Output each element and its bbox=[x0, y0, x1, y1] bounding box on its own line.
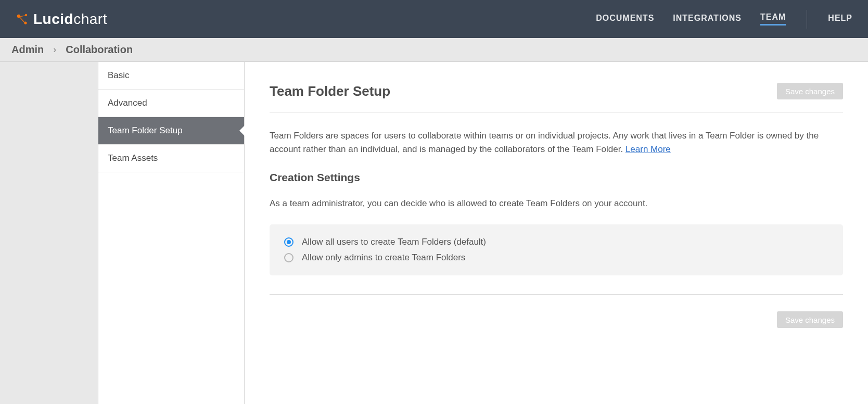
section-desc-creation: As a team administrator, you can decide … bbox=[270, 198, 843, 209]
sidebar-item-label: Team Folder Setup bbox=[108, 125, 183, 136]
nav-divider bbox=[807, 10, 807, 29]
section-title-creation: Creation Settings bbox=[270, 171, 843, 184]
sidebar-item-team-assets[interactable]: Team Assets bbox=[98, 145, 244, 172]
nav-help[interactable]: HELP bbox=[828, 14, 852, 25]
radio-label: Allow only admins to create Team Folders bbox=[302, 253, 465, 263]
description-body: Team Folders are spaces for users to col… bbox=[270, 131, 819, 154]
nav-team[interactable]: TEAM bbox=[760, 12, 786, 26]
lucidchart-logo-icon bbox=[16, 12, 29, 26]
sidebar-item-label: Advanced bbox=[108, 98, 147, 108]
svg-point-2 bbox=[24, 21, 27, 24]
save-changes-button-top[interactable]: Save changes bbox=[777, 83, 843, 99]
bottom-actions: Save changes bbox=[270, 311, 843, 328]
content-area: Basic Advanced Team Folder Setup Team As… bbox=[0, 62, 868, 404]
sidebar-item-basic[interactable]: Basic bbox=[98, 62, 244, 90]
divider bbox=[270, 112, 843, 112]
radio-allow-only-admins[interactable]: Allow only admins to create Team Folders bbox=[284, 253, 828, 263]
svg-point-1 bbox=[25, 14, 27, 16]
logo[interactable]: Lucidchart bbox=[16, 11, 107, 28]
radio-label: Allow all users to create Team Folders (… bbox=[302, 237, 486, 247]
breadcrumb-admin[interactable]: Admin bbox=[11, 44, 44, 56]
sidebar-item-label: Basic bbox=[108, 70, 130, 81]
radio-allow-all-users[interactable]: Allow all users to create Team Folders (… bbox=[284, 237, 828, 247]
save-changes-button-bottom[interactable]: Save changes bbox=[777, 311, 843, 328]
svg-line-3 bbox=[20, 16, 25, 17]
topbar: Lucidchart DOCUMENTS INTEGRATIONS TEAM H… bbox=[0, 0, 868, 38]
sidebar: Basic Advanced Team Folder Setup Team As… bbox=[98, 62, 245, 404]
learn-more-link[interactable]: Learn More bbox=[626, 144, 671, 154]
chevron-right-icon: › bbox=[53, 44, 56, 55]
page-title: Team Folder Setup bbox=[270, 83, 390, 99]
breadcrumb-current: Collaboration bbox=[66, 44, 133, 56]
top-nav: DOCUMENTS INTEGRATIONS TEAM HELP bbox=[596, 10, 852, 29]
creation-settings-radio-group: Allow all users to create Team Folders (… bbox=[270, 224, 843, 275]
radio-button-icon bbox=[284, 237, 293, 247]
svg-line-4 bbox=[20, 17, 24, 22]
left-gutter bbox=[0, 62, 98, 404]
nav-documents[interactable]: DOCUMENTS bbox=[596, 14, 654, 25]
logo-text: Lucidchart bbox=[33, 11, 107, 28]
breadcrumb: Admin › Collaboration bbox=[0, 38, 868, 62]
description-text: Team Folders are spaces for users to col… bbox=[270, 129, 843, 156]
sidebar-item-team-folder-setup[interactable]: Team Folder Setup bbox=[98, 117, 244, 145]
sidebar-item-label: Team Assets bbox=[108, 153, 158, 163]
main-panel: Team Folder Setup Save changes Team Fold… bbox=[245, 62, 868, 404]
nav-integrations[interactable]: INTEGRATIONS bbox=[673, 14, 742, 25]
main-header: Team Folder Setup Save changes bbox=[270, 83, 843, 99]
radio-button-icon bbox=[284, 253, 293, 262]
sidebar-item-advanced[interactable]: Advanced bbox=[98, 90, 244, 117]
divider bbox=[270, 294, 843, 295]
